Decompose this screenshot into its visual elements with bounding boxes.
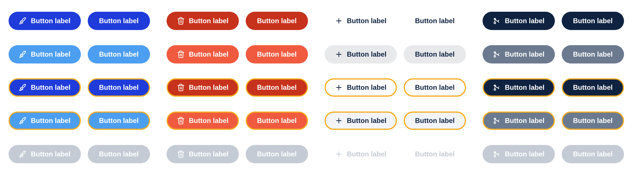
button-label: Button label xyxy=(31,84,71,91)
branch-icon xyxy=(493,83,501,92)
dark-button-focus[interactable]: Button label xyxy=(483,78,555,97)
button-label: Button label xyxy=(189,151,229,158)
button-label: Button label xyxy=(257,151,297,158)
button-label: Button label xyxy=(257,51,297,58)
ghost-button-hover[interactable]: Button label xyxy=(325,45,397,63)
button-label: Button label xyxy=(31,151,71,158)
ghost-button-focus[interactable]: Button label xyxy=(325,78,397,97)
primary-button-default[interactable]: Button label xyxy=(9,12,81,30)
button-label: Button label xyxy=(189,117,229,124)
trash-icon xyxy=(177,150,185,158)
danger-button-focus-no-icon[interactable]: Button label xyxy=(246,78,308,97)
button-label: Button label xyxy=(99,151,139,158)
button-label: Button label xyxy=(347,151,387,158)
trash-icon xyxy=(177,17,185,25)
primary-button-default-no-icon[interactable]: Button label xyxy=(88,12,150,30)
button-label: Button label xyxy=(573,17,613,24)
button-label: Button label xyxy=(189,84,229,91)
button-label: Button label xyxy=(189,17,229,24)
ghost-button-disabled-no-icon: Button label xyxy=(404,145,466,163)
primary-button-focus-no-icon[interactable]: Button label xyxy=(88,78,150,97)
dark-button-disabled-no-icon: Button label xyxy=(562,145,624,163)
button-label: Button label xyxy=(505,151,545,158)
button-label: Button label xyxy=(99,84,139,91)
ghost-button-hover-no-icon[interactable]: Button label xyxy=(404,45,466,63)
button-label: Button label xyxy=(31,51,71,58)
button-label: Button label xyxy=(31,117,71,124)
dark-button-hover-no-icon[interactable]: Button label xyxy=(562,45,624,63)
trash-icon xyxy=(177,117,185,125)
button-label: Button label xyxy=(347,117,387,124)
button-label: Button label xyxy=(505,51,545,58)
button-label: Button label xyxy=(573,51,613,58)
ghost-button-default-no-icon[interactable]: Button label xyxy=(404,12,466,30)
ghost-button-disabled: Button label xyxy=(325,145,397,163)
button-label: Button label xyxy=(415,151,455,158)
primary-button-hover[interactable]: Button label xyxy=(9,45,81,63)
button-label: Button label xyxy=(573,151,613,158)
primary-button-disabled: Button label xyxy=(9,145,81,163)
button-label: Button label xyxy=(415,84,455,91)
danger-button-hover[interactable]: Button label xyxy=(167,45,239,63)
ghost-button-focus-hover[interactable]: Button label xyxy=(325,112,397,130)
button-label: Button label xyxy=(415,51,455,58)
button-label: Button label xyxy=(99,117,139,124)
branch-icon xyxy=(493,17,501,25)
danger-button-focus-hover[interactable]: Button label xyxy=(167,112,239,130)
dark-button-default[interactable]: Button label xyxy=(483,12,555,30)
button-label: Button label xyxy=(347,51,387,58)
trash-icon xyxy=(177,50,185,58)
button-label: Button label xyxy=(347,84,387,91)
plus-icon xyxy=(335,17,343,25)
dark-button-focus-hover[interactable]: Button label xyxy=(483,112,555,130)
rocket-icon xyxy=(19,117,27,125)
dark-button-focus-hover-no-icon[interactable]: Button label xyxy=(562,112,624,130)
ghost-button-focus-no-icon[interactable]: Button label xyxy=(404,78,466,97)
rocket-icon xyxy=(19,83,27,92)
button-label: Button label xyxy=(573,117,613,124)
danger-button-focus-hover-no-icon[interactable]: Button label xyxy=(246,112,308,130)
button-label: Button label xyxy=(573,84,613,91)
rocket-icon xyxy=(19,150,27,158)
plus-icon xyxy=(335,150,343,158)
button-label: Button label xyxy=(415,17,455,24)
danger-button-disabled-no-icon: Button label xyxy=(246,145,308,163)
button-label: Button label xyxy=(189,51,229,58)
button-label: Button label xyxy=(99,17,139,24)
ghost-button-default[interactable]: Button label xyxy=(325,12,397,30)
button-label: Button label xyxy=(99,51,139,58)
ghost-button-focus-hover-no-icon[interactable]: Button label xyxy=(404,112,466,130)
branch-icon xyxy=(493,117,501,125)
dark-button-disabled: Button label xyxy=(483,145,555,163)
plus-icon xyxy=(335,50,343,58)
trash-icon xyxy=(177,83,185,92)
plus-icon xyxy=(335,117,343,125)
danger-button-focus[interactable]: Button label xyxy=(167,78,239,97)
branch-icon xyxy=(493,150,501,158)
danger-button-default[interactable]: Button label xyxy=(167,12,239,30)
branch-icon xyxy=(493,50,501,58)
danger-button-hover-no-icon[interactable]: Button label xyxy=(246,45,308,63)
rocket-icon xyxy=(19,50,27,58)
primary-button-focus-hover[interactable]: Button label xyxy=(9,112,81,130)
button-label: Button label xyxy=(505,84,545,91)
button-label: Button label xyxy=(257,17,297,24)
button-label: Button label xyxy=(31,17,71,24)
button-label: Button label xyxy=(257,84,297,91)
button-label: Button label xyxy=(347,17,387,24)
dark-button-hover[interactable]: Button label xyxy=(483,45,555,63)
button-label: Button label xyxy=(415,117,455,124)
dark-button-default-no-icon[interactable]: Button label xyxy=(562,12,624,30)
danger-button-default-no-icon[interactable]: Button label xyxy=(246,12,308,30)
button-states-grid: Button label Button label Button label B… xyxy=(9,9,635,166)
primary-button-focus[interactable]: Button label xyxy=(9,78,81,97)
dark-button-focus-no-icon[interactable]: Button label xyxy=(562,78,624,97)
primary-button-hover-no-icon[interactable]: Button label xyxy=(88,45,150,63)
primary-button-disabled-no-icon: Button label xyxy=(88,145,150,163)
primary-button-focus-hover-no-icon[interactable]: Button label xyxy=(88,112,150,130)
danger-button-disabled: Button label xyxy=(167,145,239,163)
plus-icon xyxy=(335,83,343,92)
button-label: Button label xyxy=(505,17,545,24)
button-label: Button label xyxy=(257,117,297,124)
rocket-icon xyxy=(19,17,27,25)
